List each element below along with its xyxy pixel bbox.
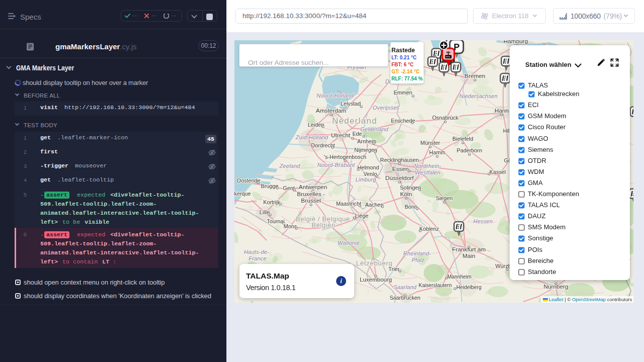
svg-text:Hauts-de-: Hauts-de- <box>244 249 269 255</box>
svg-text:Lille: Lille <box>260 209 270 216</box>
svg-text:Antwerpen: Antwerpen <box>299 184 327 191</box>
svg-text:Bremen: Bremen <box>464 72 485 79</box>
svg-text:Köln: Köln <box>400 191 412 198</box>
svg-text:Noord-Holland: Noord-Holland <box>316 93 354 99</box>
svg-text:Venlo: Venlo <box>363 171 377 177</box>
svg-text:Bruxelles -: Bruxelles - <box>297 191 325 198</box>
svg-text:Nijmegen: Nijmegen <box>354 147 377 153</box>
svg-text:Aachen: Aachen <box>365 202 384 208</box>
svg-text:Gent: Gent <box>283 185 294 191</box>
svg-text:Hamm: Hamm <box>429 149 445 155</box>
svg-text:Oostende: Oostende <box>237 177 261 184</box>
svg-text:Pfalz: Pfalz <box>412 257 425 263</box>
svg-text:France: France <box>249 255 266 261</box>
svg-text:Nederland: Nederland <box>332 116 377 125</box>
svg-text:Overijssel: Overijssel <box>373 105 398 111</box>
svg-text:Paderborn: Paderborn <box>457 147 482 153</box>
svg-text:Trier: Trier <box>388 266 399 272</box>
svg-text:Solingen: Solingen <box>400 185 421 191</box>
svg-text:Maastricht: Maastricht <box>336 201 361 207</box>
svg-text:Zuid-Holland: Zuid-Holland <box>295 134 329 140</box>
svg-text:'s-Hertogenbosch: 's-Hertogenbosch <box>324 154 366 160</box>
svg-text:Münster: Münster <box>420 140 440 146</box>
svg-text:Lelystad: Lelystad <box>341 101 361 107</box>
svg-text:Essen: Essen <box>392 165 409 172</box>
svg-text:Zeeland: Zeeland <box>279 163 300 169</box>
svg-text:Main: Main <box>462 252 475 259</box>
svg-text:Kortrijk: Kortrijk <box>263 199 280 205</box>
svg-text:Hil: Hil <box>503 128 510 134</box>
svg-text:Kaiserslautern: Kaiserslautern <box>419 283 452 288</box>
svg-text:Belgien: Belgien <box>311 221 336 229</box>
svg-text:Hann: Hann <box>495 107 509 114</box>
svg-text:Koblenz: Koblenz <box>419 226 439 232</box>
svg-text:Wallonie: Wallonie <box>338 240 360 246</box>
svg-text:Limburg: Limburg <box>355 176 376 183</box>
svg-text:Emmen: Emmen <box>393 89 412 96</box>
svg-text:Gelderland: Gelderland <box>360 126 388 132</box>
svg-text:Nordrhein-: Nordrhein- <box>414 163 441 169</box>
svg-text:Bielefeld: Bielefeld <box>452 136 473 142</box>
svg-text:Osnabrück: Osnabrück <box>432 115 459 121</box>
svg-text:Kassel: Kassel <box>490 169 506 175</box>
svg-text:Leiden: Leiden <box>308 122 324 128</box>
svg-text:Niedersachsen: Niedersachsen <box>459 93 498 99</box>
svg-text:Heidelberg: Heidelberg <box>456 285 481 290</box>
svg-text:Düsseldorf: Düsseldorf <box>385 174 414 182</box>
svg-text:Hessen: Hessen <box>473 218 493 224</box>
svg-text:Bonn: Bonn <box>405 204 417 210</box>
svg-text:Noord-Brabant: Noord-Brabant <box>317 162 355 168</box>
svg-text:Helmond: Helmond <box>357 164 379 170</box>
svg-text:Mannheim: Mannheim <box>447 274 471 280</box>
svg-text:Amsterdam: Amsterdam <box>316 107 346 114</box>
svg-text:Rheinland-: Rheinland- <box>403 250 431 256</box>
svg-text:Tournai: Tournai <box>267 218 284 224</box>
svg-text:Saarland: Saarland <box>393 284 417 290</box>
svg-text:Lëtzebuerg: Lëtzebuerg <box>356 259 393 267</box>
svg-text:Utrecht: Utrecht <box>331 132 351 139</box>
svg-text:Brugge: Brugge <box>261 183 279 189</box>
svg-text:Liège: Liège <box>355 213 368 219</box>
svg-text:Recklinghausen: Recklinghausen <box>380 157 419 163</box>
svg-text:Westfalen: Westfalen <box>415 169 441 175</box>
svg-text:Luxembourg: Luxembourg <box>360 277 392 283</box>
svg-text:nkerque: nkerque <box>234 191 251 197</box>
svg-text:Siegen: Siegen <box>436 195 453 201</box>
svg-text:Ede: Ede <box>352 131 362 137</box>
svg-text:Brussel: Brussel <box>301 197 320 204</box>
